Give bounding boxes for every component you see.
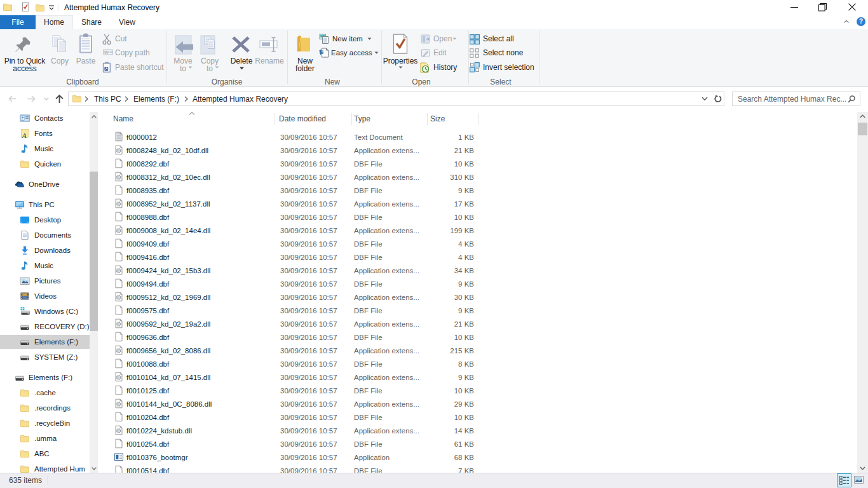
svg-text:A: A [22, 132, 27, 139]
svg-text:W: W [104, 50, 109, 55]
svg-text:?: ? [859, 17, 863, 25]
